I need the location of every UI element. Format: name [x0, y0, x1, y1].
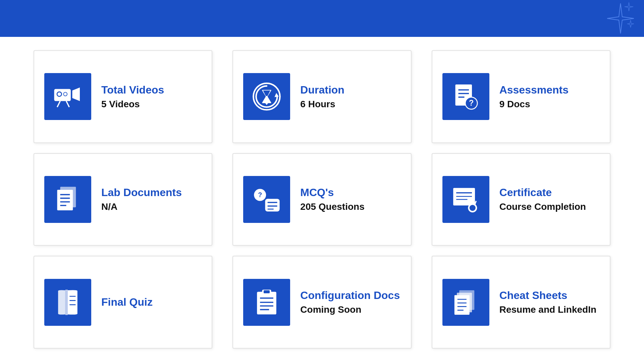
card-text-total-videos: Total Videos 5 Videos — [101, 84, 164, 110]
card-value-configuration-docs: Coming Soon — [300, 304, 400, 315]
video-icon — [44, 73, 91, 120]
papers-icon — [442, 279, 489, 326]
decoration — [567, 2, 634, 37]
card-assessments: ? Assessments 9 Docs — [432, 50, 610, 143]
svg-point-4 — [64, 93, 67, 96]
card-value-mcqs: 205 Questions — [300, 201, 364, 212]
card-label-mcqs: MCQ's — [300, 186, 364, 199]
card-value-assessments: 9 Docs — [499, 99, 569, 110]
card-value-duration: 6 Hours — [300, 99, 344, 110]
card-text-cheat-sheets: Cheat Sheets Resume and LinkedIn — [499, 289, 596, 315]
card-value-total-videos: 5 Videos — [101, 99, 164, 110]
svg-rect-38 — [65, 290, 68, 315]
clock-icon — [243, 73, 290, 120]
svg-line-6 — [57, 101, 60, 107]
svg-point-2 — [57, 93, 61, 96]
svg-line-7 — [66, 101, 69, 107]
card-cheat-sheets: Cheat Sheets Resume and LinkedIn — [432, 256, 610, 349]
certificate-icon — [442, 176, 489, 223]
card-label-total-videos: Total Videos — [101, 84, 164, 96]
card-label-cheat-sheets: Cheat Sheets — [499, 289, 596, 302]
card-label-lab-documents: Lab Documents — [101, 186, 182, 199]
card-text-final-quiz: Final Quiz — [101, 296, 153, 308]
assessment-icon: ? — [442, 73, 489, 120]
card-configuration-docs: Configuration Docs Coming Soon — [232, 256, 411, 349]
card-text-configuration-docs: Configuration Docs Coming Soon — [300, 289, 400, 315]
card-label-configuration-docs: Configuration Docs — [300, 289, 400, 302]
card-text-mcqs: MCQ's 205 Questions — [300, 186, 364, 212]
card-label-certificate: Certificate — [499, 186, 586, 199]
card-final-quiz: Final Quiz — [34, 256, 212, 349]
svg-text:?: ? — [469, 99, 474, 107]
card-total-videos: Total Videos 5 Videos — [34, 50, 212, 143]
svg-marker-10 — [265, 103, 269, 105]
card-certificate: Certificate Course Completion — [432, 153, 610, 246]
card-label-final-quiz: Final Quiz — [101, 296, 153, 308]
cards-grid: Total Videos 5 Videos Duration — [0, 37, 644, 362]
svg-rect-44 — [264, 290, 270, 293]
card-text-duration: Duration 6 Hours — [300, 84, 344, 110]
card-value-certificate: Course Completion — [499, 201, 586, 212]
svg-rect-18 — [57, 190, 73, 210]
document-icon — [44, 176, 91, 223]
card-mcqs: ? MCQ's 205 Questions — [232, 153, 411, 246]
svg-rect-51 — [454, 295, 469, 315]
card-text-assessments: Assessments 9 Docs — [499, 84, 569, 110]
card-lab-documents: Lab Documents N/A — [34, 153, 212, 246]
svg-rect-42 — [257, 292, 277, 314]
page-header — [0, 0, 644, 37]
card-label-duration: Duration — [300, 84, 344, 96]
svg-text:?: ? — [258, 191, 262, 198]
svg-marker-5 — [72, 87, 80, 101]
card-value-lab-documents: N/A — [101, 201, 182, 212]
card-label-assessments: Assessments — [499, 84, 569, 96]
svg-point-35 — [469, 205, 475, 211]
book-icon — [44, 279, 91, 326]
mcq-icon: ? — [243, 176, 290, 223]
svg-marker-9 — [275, 93, 279, 98]
card-duration: Duration 6 Hours — [232, 50, 411, 143]
clipboard-icon — [243, 279, 290, 326]
card-text-certificate: Certificate Course Completion — [499, 186, 586, 212]
card-value-cheat-sheets: Resume and LinkedIn — [499, 304, 596, 315]
card-text-lab-documents: Lab Documents N/A — [101, 186, 182, 212]
